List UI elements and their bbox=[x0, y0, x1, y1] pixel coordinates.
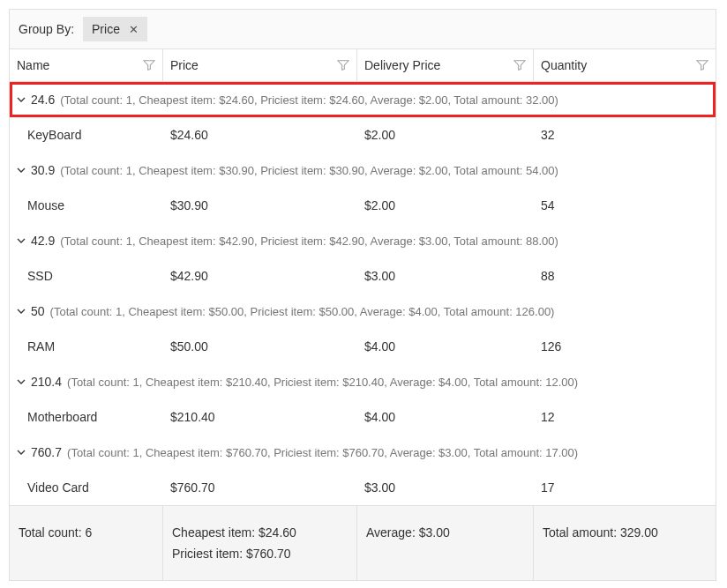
cell-delivery: $4.00 bbox=[357, 408, 534, 426]
cell-name: Motherboard bbox=[10, 408, 163, 426]
groupby-label: Group By: bbox=[19, 22, 74, 36]
chevron-down-icon bbox=[17, 236, 26, 245]
group-header[interactable]: 42.9 (Total count: 1, Cheapest item: $42… bbox=[10, 223, 716, 258]
chevron-down-icon bbox=[17, 307, 26, 316]
group-header[interactable]: 50 (Total count: 1, Cheapest item: $50.0… bbox=[10, 294, 716, 329]
cell-quantity: 88 bbox=[534, 267, 716, 285]
table-row[interactable]: Video Card$760.70$3.0017 bbox=[10, 470, 716, 505]
cell-price: $50.00 bbox=[163, 338, 357, 355]
group-summary: (Total count: 1, Cheapest item: $42.90, … bbox=[60, 234, 558, 248]
cell-quantity: 54 bbox=[534, 197, 716, 214]
cell-quantity: 126 bbox=[534, 338, 716, 355]
cell-quantity: 12 bbox=[534, 408, 716, 426]
data-grid: Group By: Price ✕ Name Price Delivery Pr… bbox=[9, 9, 716, 581]
header-name-label: Name bbox=[17, 58, 49, 72]
cell-name: Video Card bbox=[10, 479, 163, 496]
footer-priciest-text: Priciest item: $760.70 bbox=[172, 543, 348, 564]
group-header[interactable]: 24.6 (Total count: 1, Cheapest item: $24… bbox=[10, 82, 716, 117]
group-summary: (Total count: 1, Cheapest item: $760.70,… bbox=[67, 446, 578, 459]
cell-price: $30.90 bbox=[163, 197, 357, 214]
cell-quantity: 32 bbox=[534, 126, 716, 144]
footer-row: Total count: 6 Cheapest item: $24.60 Pri… bbox=[10, 505, 716, 580]
group-value: 42.9 bbox=[31, 234, 55, 248]
chevron-down-icon bbox=[17, 377, 26, 386]
group-value: 210.4 bbox=[31, 375, 62, 389]
close-icon[interactable]: ✕ bbox=[129, 23, 139, 36]
header-delivery-label: Delivery Price bbox=[364, 58, 440, 72]
groupby-bar: Group By: Price ✕ bbox=[10, 10, 716, 49]
footer-total-amount: Total amount: 329.00 bbox=[534, 506, 716, 580]
group-header[interactable]: 210.4 (Total count: 1, Cheapest item: $2… bbox=[10, 364, 716, 399]
cell-delivery: $3.00 bbox=[357, 479, 534, 496]
column-headers: Name Price Delivery Price Quantity bbox=[10, 49, 716, 82]
header-quantity[interactable]: Quantity bbox=[534, 49, 716, 81]
group-summary: (Total count: 1, Cheapest item: $210.40,… bbox=[67, 376, 578, 389]
cell-price: $24.60 bbox=[163, 126, 357, 144]
group-value: 760.7 bbox=[31, 445, 62, 459]
footer-total-amount-text: Total amount: 329.00 bbox=[543, 522, 707, 543]
footer-price-range: Cheapest item: $24.60 Priciest item: $76… bbox=[163, 506, 357, 580]
header-price-label: Price bbox=[170, 58, 199, 72]
group-value: 24.6 bbox=[31, 93, 55, 107]
table-row[interactable]: SSD$42.90$3.0088 bbox=[10, 258, 716, 294]
filter-icon[interactable] bbox=[337, 59, 349, 71]
chevron-down-icon bbox=[17, 448, 26, 457]
filter-icon[interactable] bbox=[143, 59, 155, 71]
chevron-down-icon bbox=[17, 95, 26, 104]
table-row[interactable]: RAM$50.00$4.00126 bbox=[10, 329, 716, 364]
table-row[interactable]: Mouse$30.90$2.0054 bbox=[10, 188, 716, 223]
cell-delivery: $2.00 bbox=[357, 197, 534, 214]
group-header[interactable]: 760.7 (Total count: 1, Cheapest item: $7… bbox=[10, 435, 716, 470]
footer-average-text: Average: $3.00 bbox=[366, 522, 524, 543]
cell-delivery: $4.00 bbox=[357, 338, 534, 355]
cell-name: KeyBoard bbox=[10, 126, 163, 144]
footer-cheapest-text: Cheapest item: $24.60 bbox=[172, 522, 348, 543]
group-value: 50 bbox=[31, 304, 45, 318]
cell-name: RAM bbox=[10, 338, 163, 355]
cell-name: SSD bbox=[10, 267, 163, 285]
cell-name: Mouse bbox=[10, 197, 163, 214]
cell-price: $760.70 bbox=[163, 479, 357, 496]
groups-container: 24.6 (Total count: 1, Cheapest item: $24… bbox=[10, 82, 716, 505]
cell-quantity: 17 bbox=[534, 479, 716, 496]
cell-delivery: $3.00 bbox=[357, 267, 534, 285]
cell-delivery: $2.00 bbox=[357, 126, 534, 144]
table-row[interactable]: Motherboard$210.40$4.0012 bbox=[10, 399, 716, 435]
header-price[interactable]: Price bbox=[163, 49, 357, 81]
group-value: 30.9 bbox=[31, 163, 55, 177]
header-quantity-label: Quantity bbox=[541, 58, 587, 72]
header-delivery[interactable]: Delivery Price bbox=[357, 49, 534, 81]
group-summary: (Total count: 1, Cheapest item: $30.90, … bbox=[60, 164, 558, 177]
cell-price: $42.90 bbox=[163, 267, 357, 285]
footer-total-count-text: Total count: 6 bbox=[19, 522, 154, 543]
footer-total-count: Total count: 6 bbox=[10, 506, 163, 580]
cell-price: $210.40 bbox=[163, 408, 357, 426]
filter-icon[interactable] bbox=[696, 59, 708, 71]
table-row[interactable]: KeyBoard$24.60$2.0032 bbox=[10, 117, 716, 153]
chevron-down-icon bbox=[17, 166, 26, 175]
filter-icon[interactable] bbox=[513, 59, 526, 71]
groupby-chip-label: Price bbox=[92, 22, 120, 36]
group-summary: (Total count: 1, Cheapest item: $50.00, … bbox=[50, 305, 555, 318]
header-name[interactable]: Name bbox=[10, 49, 163, 81]
group-header[interactable]: 30.9 (Total count: 1, Cheapest item: $30… bbox=[10, 153, 716, 188]
groupby-chip[interactable]: Price ✕ bbox=[83, 17, 147, 41]
footer-average: Average: $3.00 bbox=[357, 506, 534, 580]
group-summary: (Total count: 1, Cheapest item: $24.60, … bbox=[60, 93, 558, 107]
